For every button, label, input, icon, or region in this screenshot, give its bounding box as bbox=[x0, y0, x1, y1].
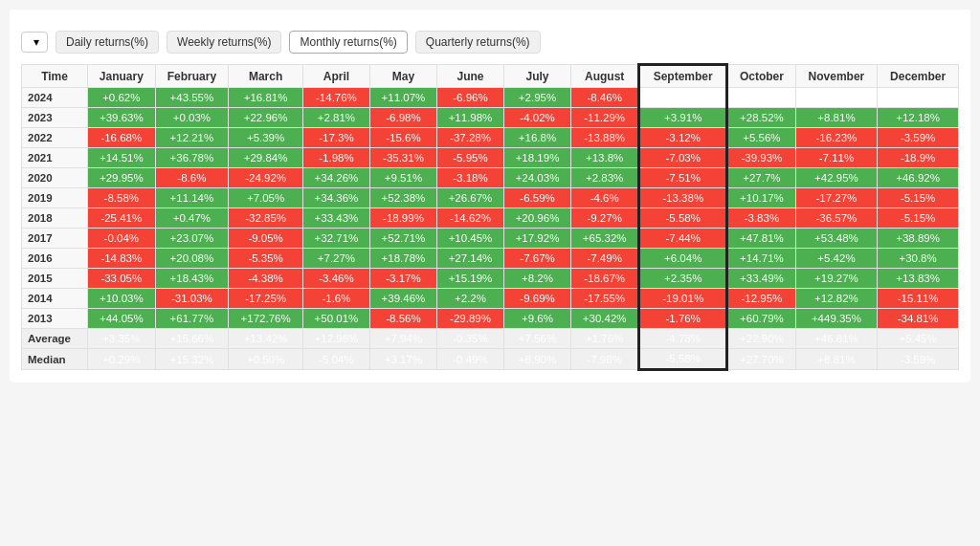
value-cell: -17.27% bbox=[795, 188, 877, 208]
value-cell: -1.76% bbox=[639, 309, 727, 329]
table-row: 2021+14.51%+36.78%+29.84%-1.98%-35.31%-5… bbox=[22, 148, 959, 168]
value-cell: -33.05% bbox=[88, 269, 155, 289]
value-cell: -5.04% bbox=[302, 349, 369, 370]
year-cell: 2014 bbox=[22, 289, 88, 309]
value-cell: +60.79% bbox=[727, 309, 796, 329]
col-header-time: Time bbox=[22, 65, 88, 88]
value-cell: +5.39% bbox=[229, 128, 303, 148]
value-cell: +24.03% bbox=[504, 168, 571, 188]
value-cell: +2.35% bbox=[639, 269, 727, 289]
value-cell: +12.21% bbox=[155, 128, 229, 148]
value-cell: +39.46% bbox=[369, 289, 436, 309]
year-cell: Median bbox=[22, 349, 88, 370]
value-cell: -13.38% bbox=[639, 188, 727, 208]
value-cell: -35.31% bbox=[369, 148, 436, 168]
value-cell: +14.71% bbox=[727, 249, 796, 269]
value-cell: +3.35% bbox=[88, 329, 155, 349]
value-cell: -17.25% bbox=[229, 289, 303, 309]
value-cell: +16.8% bbox=[504, 128, 571, 148]
value-cell: -5.58% bbox=[639, 349, 727, 370]
value-cell: +22.90% bbox=[727, 329, 796, 349]
value-cell: +19.27% bbox=[795, 269, 877, 289]
value-cell: +3.91% bbox=[639, 108, 727, 128]
tab-monthly-returns---[interactable]: Monthly returns(%) bbox=[289, 31, 407, 54]
value-cell: +44.05% bbox=[88, 309, 155, 329]
year-cell: 2020 bbox=[22, 168, 88, 188]
value-cell: +17.92% bbox=[504, 229, 571, 249]
value-cell: +7.56% bbox=[504, 329, 571, 349]
col-header-january: January bbox=[88, 65, 155, 88]
value-cell: +38.89% bbox=[878, 229, 959, 249]
year-cell: 2019 bbox=[22, 188, 88, 208]
col-header-march: March bbox=[229, 65, 303, 88]
year-cell: Average bbox=[22, 329, 88, 349]
value-cell: -15.6% bbox=[369, 128, 436, 148]
tab-weekly-returns---[interactable]: Weekly returns(%) bbox=[167, 31, 281, 54]
value-cell: +8.81% bbox=[795, 108, 877, 128]
value-cell: +10.03% bbox=[88, 289, 155, 309]
value-cell: -29.89% bbox=[436, 309, 503, 329]
value-cell: +7.27% bbox=[302, 249, 369, 269]
value-cell: -6.59% bbox=[504, 188, 571, 208]
value-cell: -9.27% bbox=[571, 208, 639, 229]
value-cell: -5.35% bbox=[229, 249, 303, 269]
value-cell: -7.67% bbox=[504, 249, 571, 269]
value-cell: -7.98% bbox=[571, 349, 639, 370]
table-row: Average+3.35%+15.66%+13.42%+12.98%+7.94%… bbox=[22, 329, 959, 349]
value-cell: +50.01% bbox=[302, 309, 369, 329]
value-cell: +7.05% bbox=[229, 188, 303, 208]
value-cell: -0.04% bbox=[88, 229, 155, 249]
col-header-april: April bbox=[302, 65, 369, 88]
value-cell: -0.49% bbox=[436, 349, 503, 370]
value-cell: -5.58% bbox=[639, 208, 727, 229]
value-cell: +11.98% bbox=[436, 108, 503, 128]
value-cell: +42.95% bbox=[795, 168, 877, 188]
value-cell: +18.43% bbox=[155, 269, 229, 289]
value-cell: +7.94% bbox=[369, 329, 436, 349]
value-cell: -4.38% bbox=[229, 269, 303, 289]
value-cell: -3.59% bbox=[878, 349, 959, 370]
value-cell bbox=[795, 88, 877, 108]
value-cell: -13.88% bbox=[571, 128, 639, 148]
value-cell: +3.17% bbox=[369, 349, 436, 370]
value-cell: +11.07% bbox=[369, 88, 436, 108]
col-header-october: October bbox=[727, 65, 796, 88]
value-cell: +53.48% bbox=[795, 229, 877, 249]
year-cell: 2024 bbox=[22, 88, 88, 108]
value-cell: +36.78% bbox=[155, 148, 229, 168]
value-cell: +52.71% bbox=[369, 229, 436, 249]
value-cell: -11.29% bbox=[571, 108, 639, 128]
value-cell: -17.55% bbox=[571, 289, 639, 309]
value-cell: +5.45% bbox=[878, 329, 959, 349]
value-cell: +13.42% bbox=[229, 329, 303, 349]
table-row: 2014+10.03%-31.03%-17.25%-1.6%+39.46%+2.… bbox=[22, 289, 959, 309]
asset-selector[interactable]: ▾ bbox=[21, 32, 48, 53]
value-cell: -25.41% bbox=[88, 208, 155, 229]
tab-quarterly-returns---[interactable]: Quarterly returns(%) bbox=[415, 31, 541, 54]
value-cell: +65.32% bbox=[571, 229, 639, 249]
value-cell: +20.08% bbox=[155, 249, 229, 269]
value-cell: +0.03% bbox=[155, 108, 229, 128]
value-cell: +27.14% bbox=[436, 249, 503, 269]
value-cell: -37.28% bbox=[436, 128, 503, 148]
col-header-september: September bbox=[639, 65, 727, 88]
value-cell: +29.84% bbox=[229, 148, 303, 168]
value-cell: -16.68% bbox=[88, 128, 155, 148]
table-row: 2015-33.05%+18.43%-4.38%-3.46%-3.17%+15.… bbox=[22, 269, 959, 289]
col-header-december: December bbox=[878, 65, 959, 88]
value-cell: -9.69% bbox=[504, 289, 571, 309]
year-cell: 2023 bbox=[22, 108, 88, 128]
chevron-down-icon: ▾ bbox=[33, 35, 39, 49]
value-cell: -15.11% bbox=[878, 289, 959, 309]
value-cell: -8.46% bbox=[571, 88, 639, 108]
year-cell: 2017 bbox=[22, 229, 88, 249]
value-cell: +0.47% bbox=[155, 208, 229, 229]
value-cell: -39.93% bbox=[727, 148, 796, 168]
value-cell: +9.51% bbox=[369, 168, 436, 188]
value-cell: +32.71% bbox=[302, 229, 369, 249]
value-cell: +27.70% bbox=[727, 349, 796, 370]
value-cell: +9.6% bbox=[504, 309, 571, 329]
value-cell: +33.49% bbox=[727, 269, 796, 289]
tab-daily-returns---[interactable]: Daily returns(%) bbox=[56, 31, 159, 54]
value-cell: +28.52% bbox=[727, 108, 796, 128]
